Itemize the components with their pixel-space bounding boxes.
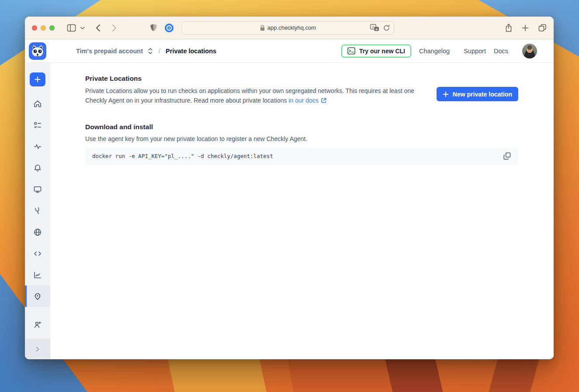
new-private-location-button[interactable]: New private location [437,87,518,101]
docs-link[interactable]: in our docs [288,97,318,104]
external-link-icon[interactable] [321,97,327,103]
url-bar[interactable]: app.checklyhq.com A [182,21,394,34]
chevron-right-icon [34,346,41,353]
account-switcher[interactable]: Tim's prepaid account [76,48,143,55]
sidebar-item-checks[interactable] [25,114,50,136]
chevron-down-icon[interactable] [80,26,85,30]
sidebar-item-api[interactable] [25,243,50,264]
tabs-icon[interactable] [538,24,547,32]
home-icon [33,100,42,108]
add-user-icon [33,320,42,329]
activity-icon [33,142,42,151]
plus-icon [34,76,41,83]
new-tab-icon[interactable] [522,24,529,31]
svg-text:A: A [372,25,374,29]
minimize-window-button[interactable] [41,25,46,31]
sidebar-item-runtimes[interactable] [25,221,50,243]
chart-icon [33,271,42,279]
plus-icon [443,91,449,97]
translate-icon[interactable]: A [370,24,379,31]
location-pin-icon [33,292,42,301]
terminal-icon [347,47,355,55]
app-header: Tim's prepaid account / Private location… [25,39,554,63]
code-block: docker run -e API_KEY="pl_...." -d check… [85,147,518,165]
account-switcher-chevrons-icon[interactable] [147,47,153,55]
checks-icon [33,121,42,130]
checkly-logo[interactable] [29,42,46,60]
page-title: Private Locations [85,75,518,83]
nav-support[interactable]: Support [464,48,486,55]
sidebar-item-home[interactable] [25,93,50,114]
sidebar-item-alerts[interactable] [25,157,50,179]
reload-icon[interactable] [383,24,390,31]
breadcrumb-separator: / [159,48,160,55]
copy-button[interactable] [503,152,511,160]
url-text: app.checklyhq.com [267,24,316,31]
code-icon [33,249,42,258]
breadcrumb-page-title: Private locations [166,48,216,55]
app-sidebar [25,63,50,359]
new-private-location-label: New private location [453,91,512,98]
nav-changelog[interactable]: Changelog [419,48,450,55]
sidebar-expand-button[interactable] [25,339,50,359]
page-description: Private Locations allow you to run check… [85,86,427,105]
monitor-icon [33,185,42,194]
close-window-button[interactable] [32,25,37,31]
user-avatar[interactable] [522,44,537,58]
wrench-icon [32,205,43,216]
sidebar-toggle-icon[interactable] [67,24,76,32]
page-description-text: Private Locations allow you to run check… [85,87,414,104]
lock-icon [260,25,265,31]
main-content: Private Locations Private Locations allo… [50,63,554,359]
nav-docs[interactable]: Docs [494,48,508,55]
zoom-window-button[interactable] [49,25,55,31]
forward-icon[interactable] [112,24,117,32]
globe-icon [33,228,42,237]
browser-window: app.checklyhq.com A [25,17,554,359]
copy-icon [503,152,511,160]
try-cli-label: Try our new CLI [359,48,405,55]
docker-command: docker run -e API_KEY="pl_...." -d check… [92,153,273,159]
breadcrumb: Tim's prepaid account / Private location… [76,47,216,55]
back-icon[interactable] [96,24,101,32]
sidebar-item-maintenance[interactable] [25,200,50,221]
shield-icon[interactable] [150,24,157,32]
sidebar-item-private-locations[interactable] [25,285,50,307]
sidebar-item-activity[interactable] [25,136,50,157]
new-check-button[interactable] [30,72,45,86]
section-description: Use the agent key from your new private … [85,135,518,142]
sidebar-item-invite-user[interactable] [25,314,50,335]
window-controls [32,25,55,31]
bell-icon [33,164,42,172]
sidebar-item-analytics[interactable] [25,264,50,285]
share-icon[interactable] [505,24,512,32]
onepassword-icon[interactable] [164,23,174,33]
try-cli-button[interactable]: Try our new CLI [341,45,411,58]
browser-toolbar: app.checklyhq.com A [25,17,554,39]
sidebar-item-dashboards[interactable] [25,179,50,200]
section-title: Download and install [85,123,518,131]
